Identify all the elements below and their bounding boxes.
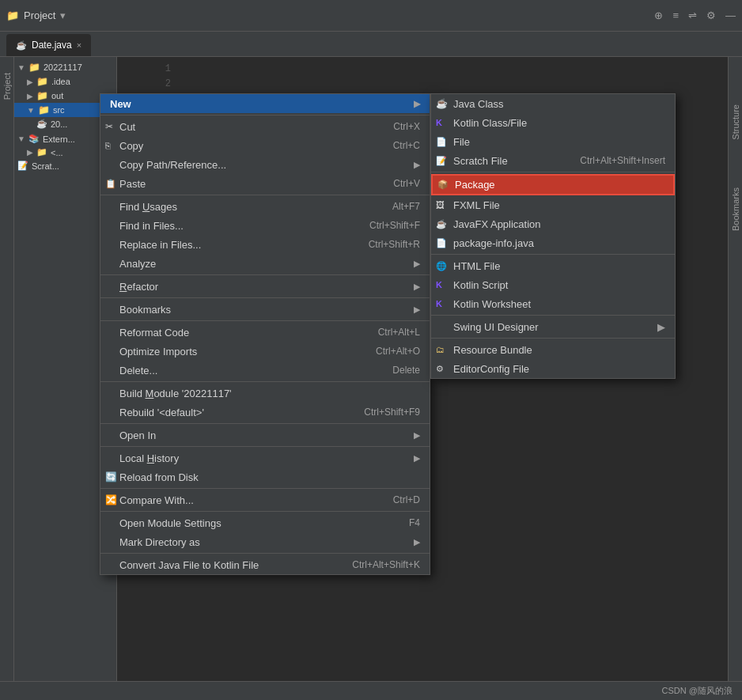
sep4: [100, 297, 430, 298]
toolbar: 📁 Project ▾ ⊕ ≡ ⇌ ⚙ —: [0, 0, 742, 32]
swing-arrow-icon: ▶: [657, 321, 665, 333]
sidebar-right: Structure Bookmarks: [728, 57, 742, 681]
sep1: [100, 115, 430, 115]
menu-item-open-in[interactable]: Open In ▶: [100, 426, 430, 445]
kotlin-class-icon: K: [436, 118, 442, 127]
menu-item-delete[interactable]: Delete... Delete: [100, 361, 430, 380]
menu-item-analyze[interactable]: Analyze ▶: [100, 254, 430, 273]
package-label: Package: [455, 179, 495, 191]
menu-item-replace[interactable]: Replace in Files... Ctrl+Shift+R: [100, 235, 430, 254]
submenu-resource-bundle[interactable]: 🗂 Resource Bundle: [431, 340, 675, 359]
fxml-icon: 🖼: [436, 200, 445, 210]
menu-item-convert-kotlin[interactable]: Convert Java File to Kotlin File Ctrl+Al…: [100, 555, 430, 574]
submenu-java-class[interactable]: ☕ Java Class: [431, 94, 675, 113]
sep5: [100, 320, 430, 321]
analyze-label: Analyze: [119, 258, 156, 270]
editorconfig-label: EditorConfig File: [453, 363, 529, 375]
menu-item-cut[interactable]: ✂ Cut Ctrl+X: [100, 117, 430, 136]
submenu-swing[interactable]: Swing UI Designer ▶: [431, 317, 675, 336]
menu-item-copy[interactable]: ⎘ Copy Ctrl+C: [100, 136, 430, 155]
resource-bundle-label: Resource Bundle: [453, 344, 532, 356]
tab-datejava[interactable]: ☕ Date.java ×: [6, 34, 91, 56]
tab-close-icon[interactable]: ×: [77, 40, 81, 50]
menu-item-compare[interactable]: 🔀 Compare With... Ctrl+D: [100, 490, 430, 509]
bottom-bar: CSDN @随风的浪: [0, 681, 742, 700]
sep6: [100, 381, 430, 382]
file-icon: 📄: [436, 137, 447, 147]
find-usages-shortcut: Alt+F7: [392, 201, 420, 212]
submenu-kotlin-ws[interactable]: K Kotlin Worksheet: [431, 294, 675, 313]
java-class-label: Java Class: [453, 98, 504, 110]
reload-icon: 🔄: [105, 471, 117, 482]
menu-item-copy-path[interactable]: Copy Path/Reference... ▶: [100, 155, 430, 174]
submenu-html[interactable]: 🌐 HTML File: [431, 256, 675, 275]
toolbar-icon-add[interactable]: ⊕: [654, 9, 663, 21]
kotlin-ws-icon: K: [436, 299, 442, 308]
open-module-shortcut: F4: [409, 517, 420, 528]
sidebar-project-label[interactable]: Project: [2, 73, 12, 100]
menu-item-build-module[interactable]: Build Module '20221117': [100, 384, 430, 403]
bookmarks-label[interactable]: Bookmarks: [731, 187, 740, 231]
menu-item-paste[interactable]: 📋 Paste Ctrl+V: [100, 174, 430, 193]
menu-item-reload[interactable]: 🔄 Reload from Disk: [100, 467, 430, 486]
replace-shortcut: Ctrl+Shift+R: [369, 239, 420, 250]
replace-label: Replace in Files...: [119, 239, 201, 251]
toolbar-icon-settings[interactable]: ⚙: [706, 9, 716, 21]
submenu-fxml[interactable]: 🖼 FXML File: [431, 195, 675, 214]
copy-path-arrow-icon: ▶: [414, 160, 420, 170]
toolbar-icon-sync[interactable]: ⇌: [688, 9, 697, 21]
menu-item-local-history[interactable]: Local History ▶: [100, 448, 430, 467]
find-files-label: Find in Files...: [119, 220, 184, 232]
bookmarks-menu-label: Bookmarks: [119, 304, 171, 316]
tree-label-scratch: Scrat...: [32, 161, 59, 171]
menu-item-reformat[interactable]: Reformat Code Ctrl+Alt+L: [100, 323, 430, 342]
tree-label-out: out: [51, 91, 63, 100]
reformat-label: Reformat Code: [119, 327, 189, 339]
extern-icon: 📚: [28, 134, 40, 144]
html-icon: 🌐: [436, 261, 447, 271]
submenu-javafx[interactable]: ☕ JavaFX Application: [431, 214, 675, 233]
scratch-icon: 📝: [17, 161, 28, 171]
menu-item-optimize[interactable]: Optimize Imports Ctrl+Alt+O: [100, 342, 430, 361]
optimize-shortcut: Ctrl+Alt+O: [376, 346, 420, 357]
tab-label: Date.java: [32, 40, 72, 51]
javafx-icon: ☕: [436, 219, 447, 229]
menu-item-mark-dir[interactable]: Mark Directory as ▶: [100, 532, 430, 551]
toolbar-icon-minimize[interactable]: —: [725, 9, 736, 21]
structure-label[interactable]: Structure: [731, 104, 740, 140]
menu-item-rebuild[interactable]: Rebuild '<default>' Ctrl+Shift+F9: [100, 403, 430, 422]
bookmarks-arrow-icon: ▶: [414, 305, 420, 315]
sub-sep2: [431, 254, 675, 255]
java-file-icon: ☕: [36, 119, 47, 129]
dropdown-arrow-icon[interactable]: ▾: [60, 9, 66, 21]
tree-item-idea[interactable]: ▶ 📁 .idea: [14, 74, 116, 89]
java-class-icon: ☕: [436, 98, 448, 109]
new-arrow-icon: ▶: [414, 99, 420, 109]
find-usages-label: Find Usages: [119, 201, 177, 213]
sep3: [100, 274, 430, 275]
menu-item-open-module[interactable]: Open Module Settings F4: [100, 513, 430, 532]
sidebar-left: Project: [0, 57, 14, 681]
submenu-new: ☕ Java Class K Kotlin Class/File 📄 File …: [430, 93, 676, 379]
menu-item-find-files[interactable]: Find in Files... Ctrl+Shift+F: [100, 216, 430, 235]
copy-path-label: Copy Path/Reference...: [119, 159, 226, 171]
toolbar-icons: ⊕ ≡ ⇌ ⚙ —: [654, 9, 736, 21]
submenu-scratch[interactable]: 📝 Scratch File Ctrl+Alt+Shift+Insert: [431, 151, 675, 170]
submenu-kotlin-script[interactable]: K Kotlin Script: [431, 275, 675, 294]
convert-kotlin-shortcut: Ctrl+Alt+Shift+K: [352, 559, 420, 570]
menu-item-bookmarks[interactable]: Bookmarks ▶: [100, 300, 430, 319]
toolbar-icon-list[interactable]: ≡: [672, 9, 679, 21]
submenu-kotlin-class[interactable]: K Kotlin Class/File: [431, 113, 675, 132]
submenu-file[interactable]: 📄 File: [431, 132, 675, 151]
submenu-package-info[interactable]: 📄 package-info.java: [431, 233, 675, 252]
submenu-package[interactable]: 📦 Package: [431, 174, 675, 195]
lt-folder-icon: 📁: [36, 147, 47, 157]
menu-item-find-usages[interactable]: Find Usages Alt+F7: [100, 197, 430, 216]
menu-item-refactor[interactable]: Refactor ▶: [100, 277, 430, 296]
tree-label-20221117: 20221117: [44, 62, 82, 72]
menu-item-new[interactable]: New ▶: [100, 94, 430, 113]
submenu-editorconfig[interactable]: ⚙ EditorConfig File: [431, 359, 675, 378]
tree-item-20221117[interactable]: ▼ 📁 20221117: [14, 60, 116, 74]
sep9: [100, 488, 430, 489]
expand-arrow-idea: ▶: [27, 78, 33, 86]
